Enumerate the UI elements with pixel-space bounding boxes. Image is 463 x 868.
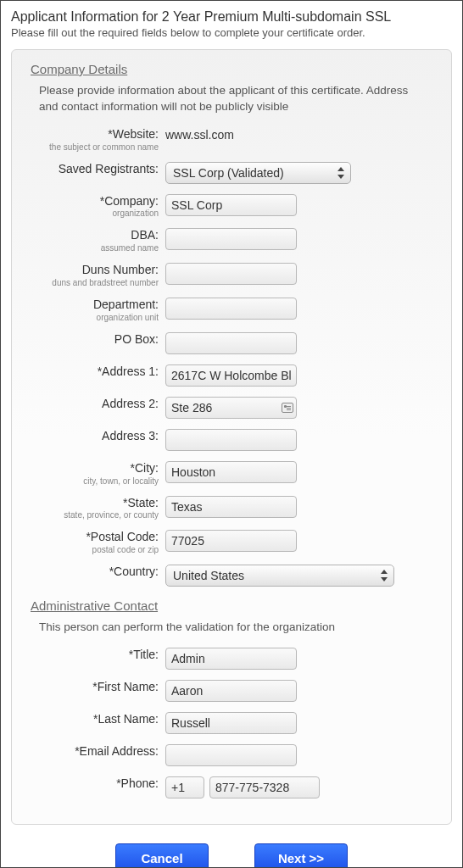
- address2-input[interactable]: [165, 397, 297, 419]
- first-name-label: *First Name:: [25, 680, 159, 694]
- duns-label: Duns Number:: [25, 263, 159, 277]
- chevron-updown-icon: [380, 570, 388, 581]
- first-name-input[interactable]: [165, 680, 297, 702]
- website-value: www.ssl.com: [165, 127, 234, 142]
- admin-contact-heading: Administrative Contact: [31, 598, 438, 613]
- saved-registrants-label: Saved Registrants:: [25, 162, 159, 176]
- company-label: *Company:: [25, 194, 159, 209]
- postal-input[interactable]: [165, 530, 297, 552]
- country-select[interactable]: United States: [165, 565, 394, 587]
- email-label: *Email Address:: [25, 744, 159, 759]
- department-label: Department:: [25, 298, 159, 312]
- city-sublabel: city, town, or locality: [25, 476, 159, 486]
- postal-label: *Postal Code:: [25, 530, 159, 544]
- form-panel: Company Details Please provide informati…: [11, 49, 452, 825]
- email-input[interactable]: [165, 744, 297, 766]
- address2-label: Address 2:: [25, 397, 159, 411]
- website-label: *Website:: [25, 127, 159, 142]
- address1-input[interactable]: [165, 364, 297, 387]
- address1-label: *Address 1:: [25, 364, 159, 379]
- dba-sublabel: assumed name: [25, 243, 159, 253]
- postal-sublabel: postal code or zip: [25, 545, 159, 554]
- phone-cc-input[interactable]: [165, 776, 204, 798]
- website-sublabel: the subject or common name: [25, 142, 159, 152]
- city-input[interactable]: [165, 461, 297, 483]
- state-sublabel: state, province, or county: [25, 510, 159, 520]
- title-input[interactable]: [165, 648, 297, 670]
- country-label: *Country:: [25, 565, 159, 579]
- company-details-heading: Company Details: [31, 62, 438, 76]
- company-sublabel: organization: [25, 209, 159, 218]
- cancel-button[interactable]: Cancel: [115, 843, 209, 868]
- contact-card-icon[interactable]: [282, 403, 293, 413]
- address3-input[interactable]: [165, 429, 297, 451]
- title-label: *Title:: [25, 648, 159, 662]
- saved-registrants-select[interactable]: SSL Corp (Validated): [165, 162, 351, 184]
- next-button[interactable]: Next >>: [254, 843, 348, 868]
- page-title: Applicant Information for 2 Year Premium…: [11, 9, 452, 25]
- phone-input[interactable]: [209, 776, 320, 798]
- admin-contact-desc: This person can perform the validation f…: [39, 620, 429, 636]
- last-name-input[interactable]: [165, 712, 297, 734]
- country-value: United States: [173, 569, 244, 582]
- phone-label: *Phone:: [25, 776, 159, 791]
- page-subtitle: Please fill out the required fields belo…: [11, 26, 452, 39]
- state-label: *State:: [25, 496, 159, 510]
- address3-label: Address 3:: [25, 429, 159, 443]
- department-input[interactable]: [165, 298, 297, 320]
- department-sublabel: organization unit: [25, 313, 159, 322]
- company-details-desc: Please provide information about the app…: [39, 83, 429, 115]
- saved-registrants-value: SSL Corp (Validated): [173, 166, 284, 180]
- chevron-updown-icon: [337, 167, 345, 179]
- last-name-label: *Last Name:: [25, 712, 159, 726]
- pobox-input[interactable]: [165, 332, 297, 354]
- dba-input[interactable]: [165, 228, 297, 250]
- state-input[interactable]: [165, 496, 297, 518]
- company-input[interactable]: [165, 194, 297, 216]
- duns-sublabel: duns and bradstreet number: [25, 278, 159, 287]
- duns-input[interactable]: [165, 263, 297, 285]
- dba-label: DBA:: [25, 228, 159, 242]
- city-label: *City:: [25, 461, 159, 476]
- pobox-label: PO Box:: [25, 332, 159, 347]
